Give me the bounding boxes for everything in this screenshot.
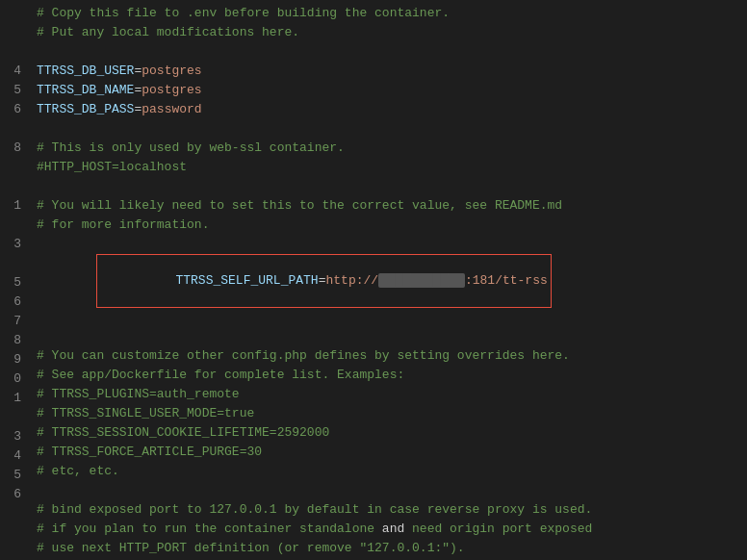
line-num: 6 (4, 293, 21, 312)
line-num (4, 4, 21, 23)
code-line: # TTRSS_SESSION_COOKIE_LIFETIME=2592000 (37, 423, 739, 443)
code-line: # etc, etc. (37, 462, 739, 481)
code-editor: 4 5 6 8 1 3 5 6 7 8 9 0 1 3 4 5 6 (0, 0, 747, 560)
line-num: 3 (4, 427, 21, 446)
code-line: # This is only used by web-ssl container… (37, 139, 739, 158)
line-num: 3 (4, 235, 21, 254)
code-line (37, 481, 739, 500)
code-key: TTRSS_SELF_URL_PATH (175, 273, 318, 288)
line-num: 8 (4, 331, 21, 350)
code-area: 4 5 6 8 1 3 5 6 7 8 9 0 1 3 4 5 6 (0, 0, 747, 560)
code-line: TTRSS_DB_PASS=password (37, 100, 739, 119)
line-num (4, 177, 21, 196)
line-num (4, 42, 21, 62)
code-line (37, 119, 739, 139)
code-content: # Copy this file to .env before building… (29, 0, 747, 560)
line-num: 7 (4, 312, 21, 331)
highlighted-line: TTRSS_SELF_URL_PATH=http://███████████:1… (37, 235, 739, 327)
line-num (4, 408, 21, 427)
code-key: TTRSS_DB_PASS (37, 102, 134, 116)
code-line (37, 177, 739, 196)
code-line (37, 327, 739, 346)
line-num: 4 (4, 62, 21, 81)
code-line: # Copy this file to .env before building… (37, 4, 739, 23)
code-value: postgres (142, 83, 201, 97)
line-num (4, 523, 21, 543)
code-value: :181/tt-rss (465, 273, 548, 288)
code-line: # use next HTTP_PORT definition (or remo… (37, 539, 739, 558)
line-numbers: 4 5 6 8 1 3 5 6 7 8 9 0 1 3 4 5 6 (0, 0, 29, 560)
line-num: 6 (4, 100, 21, 119)
code-line: TTRSS_DB_NAME=postgres (37, 81, 739, 100)
code-line: # Put any local modifications here. (37, 23, 739, 42)
line-num (4, 504, 21, 523)
line-num: 8 (4, 139, 21, 158)
line-num: 4 (4, 446, 21, 466)
code-line: # if you plan to run the container stand… (37, 520, 739, 539)
code-value: password (142, 102, 201, 116)
line-num (4, 254, 21, 273)
code-line: # You will likely need to set this to th… (37, 196, 739, 216)
line-num (4, 216, 21, 235)
code-line: # TTRSS_SINGLE_USER_MODE=true (37, 404, 739, 423)
redacted-ip: ███████████ (378, 273, 465, 288)
line-num: 1 (4, 389, 21, 408)
code-value: postgres (142, 64, 201, 78)
line-num: 9 (4, 350, 21, 369)
code-key: TTRSS_DB_NAME (37, 83, 134, 97)
code-line: # TTRSS_FORCE_ARTICLE_PURGE=30 (37, 443, 739, 462)
code-key: TTRSS_DB_USER (37, 64, 134, 78)
code-line: # bind exposed port to 127.0.0.1 by defa… (37, 500, 739, 520)
line-num: 6 (4, 485, 21, 504)
code-line: # for more information. (37, 216, 739, 235)
line-num (4, 119, 21, 139)
code-line: # TTRSS_PLUGINS=auth_remote (37, 385, 739, 404)
line-num: 0 (4, 369, 21, 389)
code-line: # See app/Dockerfile for complete list. … (37, 366, 739, 385)
line-num: 5 (4, 273, 21, 293)
line-num: 1 (4, 196, 21, 216)
line-num: 5 (4, 81, 21, 100)
code-value: http:// (325, 273, 378, 288)
code-line: TTRSS_DB_USER=postgres (37, 62, 739, 81)
line-num (4, 23, 21, 42)
line-num (4, 158, 21, 177)
code-line: #HTTP_HOST=localhost (37, 158, 739, 177)
line-num: 5 (4, 466, 21, 485)
code-line: # You can customize other config.php def… (37, 346, 739, 366)
code-line (37, 42, 739, 62)
